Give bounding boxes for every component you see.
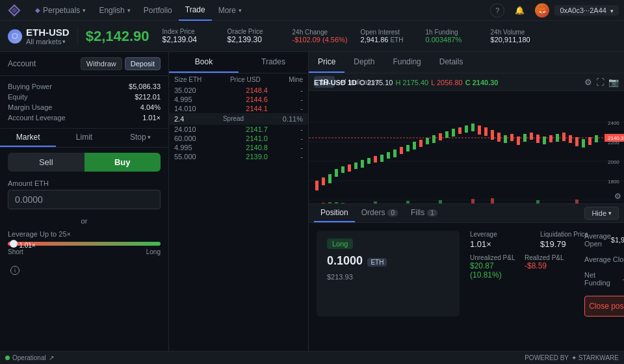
info-icon[interactable]: i bbox=[10, 266, 20, 275]
svg-rect-16 bbox=[387, 152, 390, 159]
oracle-price-stat: Oracle Price $2,139.30 bbox=[228, 28, 280, 44]
market-tag[interactable]: All markets ▾ bbox=[26, 38, 70, 46]
svg-rect-47 bbox=[588, 137, 592, 145]
svg-rect-34 bbox=[504, 135, 507, 143]
status-dot bbox=[5, 356, 10, 360]
avatar-icon[interactable]: 🦊 bbox=[535, 3, 549, 18]
svg-rect-39 bbox=[536, 135, 540, 143]
left-panel: Account Withdraw Deposit Buying Power $5… bbox=[0, 52, 169, 364]
buying-power-row: Buying Power $5,086.33 bbox=[8, 81, 161, 92]
ask-row[interactable]: 14.010 2144.1 - bbox=[169, 104, 308, 113]
sell-button[interactable]: Sell bbox=[8, 153, 84, 172]
leverage-label: Leverage Up to 25× bbox=[8, 230, 161, 238]
logo[interactable] bbox=[5, 1, 23, 20]
tab-position[interactable]: Position bbox=[314, 204, 355, 222]
tab-stop[interactable]: Stop ▾ bbox=[112, 129, 168, 147]
nav-right-area: ? 🔔 🦊 0xA0c3···2A44 ▾ bbox=[490, 0, 619, 21]
bid-row[interactable]: 4.995 2140.8 - bbox=[169, 143, 308, 152]
nav-portfolio[interactable]: Portfolio bbox=[137, 0, 179, 21]
pnl-row: Unrealized P&L $20.87 (10.81%) Realized … bbox=[470, 254, 574, 280]
buy-button[interactable]: Buy bbox=[84, 153, 161, 172]
leverage-ends: Short Long bbox=[8, 248, 161, 255]
svg-rect-18 bbox=[400, 147, 403, 154]
svg-rect-51 bbox=[328, 202, 332, 203]
svg-rect-44 bbox=[569, 135, 572, 143]
amount-section: Amount ETH bbox=[0, 177, 168, 214]
leverage-thumb[interactable] bbox=[10, 240, 18, 248]
chart-settings-bottom[interactable]: ⚙ bbox=[614, 192, 621, 201]
close-position-button[interactable]: Close position bbox=[584, 296, 624, 317]
svg-rect-17 bbox=[393, 150, 396, 157]
svg-rect-27 bbox=[458, 127, 462, 134]
chart-tabs: Price Depth Funding Details bbox=[309, 52, 624, 73]
ask-row[interactable]: 35.020 2148.4 - bbox=[169, 86, 308, 95]
tab-orders[interactable]: Orders 0 bbox=[355, 204, 404, 222]
svg-rect-14 bbox=[374, 156, 377, 162]
svg-rect-53 bbox=[341, 203, 344, 203]
account-leverage-row: Account Leverage 1.01× bbox=[8, 112, 161, 123]
svg-rect-6 bbox=[322, 177, 325, 185]
svg-rect-9 bbox=[341, 166, 344, 173]
starkware-logo: ✦ STARKWARE bbox=[571, 354, 619, 361]
svg-rect-60 bbox=[575, 200, 578, 203]
settings-icon[interactable]: ⚙ bbox=[584, 77, 592, 87]
amount-input-wrap[interactable] bbox=[8, 190, 161, 209]
tab-funding[interactable]: Funding bbox=[384, 52, 430, 73]
bid-row[interactable]: 60.000 2141.0 - bbox=[169, 134, 308, 143]
bid-row[interactable]: 55.000 2139.0 - bbox=[169, 152, 308, 161]
hide-button[interactable]: Hide ▾ bbox=[584, 207, 619, 220]
tab-price[interactable]: Price bbox=[309, 52, 344, 73]
index-price-stat: Index Price $2,139.04 bbox=[162, 28, 214, 44]
svg-rect-56 bbox=[439, 200, 442, 203]
svg-text:1800: 1800 bbox=[608, 179, 619, 185]
svg-rect-10 bbox=[348, 164, 351, 172]
amount-label: Amount ETH bbox=[8, 179, 161, 187]
svg-rect-11 bbox=[354, 162, 358, 169]
bid-row[interactable]: 24.010 2141.7 - bbox=[169, 125, 308, 134]
amount-input[interactable] bbox=[15, 194, 153, 205]
nav-language[interactable]: English ▾ bbox=[92, 0, 136, 21]
equity-row: Equity $212.01 bbox=[8, 92, 161, 102]
info-row: i bbox=[0, 261, 168, 280]
footer-status[interactable]: Operational ↗ bbox=[5, 354, 54, 361]
help-button[interactable]: ? bbox=[490, 3, 504, 18]
svg-rect-5 bbox=[315, 181, 318, 190]
deposit-button[interactable]: Deposit bbox=[125, 57, 161, 70]
book-header: Size ETH Price USD Mine bbox=[169, 73, 308, 86]
svg-rect-24 bbox=[439, 133, 442, 140]
book-tabs: Book Trades bbox=[169, 52, 308, 73]
tab-details[interactable]: Details bbox=[430, 52, 473, 73]
notifications-button[interactable]: 🔔 bbox=[510, 0, 530, 21]
svg-rect-23 bbox=[432, 135, 436, 143]
withdraw-button[interactable]: Withdraw bbox=[81, 57, 122, 70]
market-bar: ⬡ ETH-USD All markets ▾ $2,142.90 Index … bbox=[0, 21, 624, 52]
wallet-address[interactable]: 0xA0c3···2A44 ▾ bbox=[554, 5, 619, 16]
tab-depth[interactable]: Depth bbox=[344, 52, 384, 73]
nav-perpetuals[interactable]: ◆ Perpetuals ▾ bbox=[29, 0, 92, 21]
tab-market[interactable]: Market bbox=[0, 129, 56, 147]
or-divider: or bbox=[0, 214, 168, 228]
tab-limit[interactable]: Limit bbox=[56, 129, 112, 147]
right-panel: Price Depth Funding Details 1D Indicator… bbox=[309, 52, 624, 364]
chart-toolbar-right: ⚙ ⛶ 📷 bbox=[584, 77, 619, 87]
chart-area: 1D Indicators ⚙ ⛶ 📷 ETH-USD 1D bbox=[309, 73, 624, 203]
svg-rect-46 bbox=[582, 139, 585, 148]
nav-more[interactable]: More ▾ bbox=[212, 0, 248, 21]
tab-book[interactable]: Book bbox=[169, 52, 239, 73]
open-interest-stat: Open Interest 2,941.86 ETH bbox=[361, 29, 413, 44]
camera-icon[interactable]: 📷 bbox=[608, 77, 619, 87]
ask-row[interactable]: 4.995 2144.6 - bbox=[169, 95, 308, 104]
leverage-slider[interactable]: 1.01× bbox=[8, 242, 161, 246]
position-leverage-section: Leverage 1.01× Liquidation Price $19.79 … bbox=[470, 231, 574, 317]
svg-rect-50 bbox=[322, 203, 325, 203]
svg-rect-13 bbox=[367, 158, 370, 164]
leverage-section: Leverage Up to 25× 1.01× Short Long bbox=[0, 228, 168, 261]
tab-trades[interactable]: Trades bbox=[239, 52, 308, 73]
avg-close-row: Average Close - bbox=[584, 254, 624, 265]
nav-trade[interactable]: Trade bbox=[179, 0, 212, 21]
svg-text:2400: 2400 bbox=[608, 120, 619, 126]
market-symbol[interactable]: ⬡ ETH-USD All markets ▾ bbox=[8, 27, 78, 46]
account-actions: Withdraw Deposit bbox=[81, 57, 161, 70]
expand-icon[interactable]: ⛶ bbox=[596, 77, 604, 87]
tab-fills[interactable]: Fills 1 bbox=[404, 204, 444, 222]
